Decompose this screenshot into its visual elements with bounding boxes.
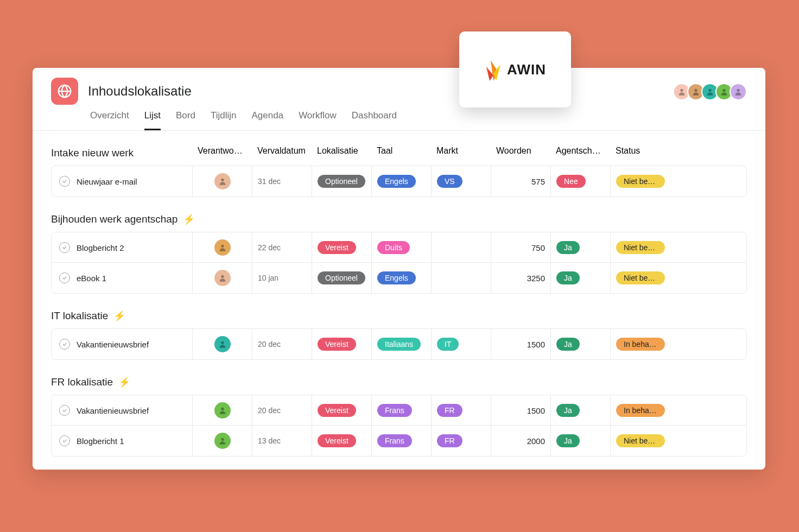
pill[interactable]: Frans — [377, 434, 412, 447]
assignee-cell[interactable] — [193, 166, 252, 197]
pill[interactable]: Niet beg… — [616, 175, 665, 188]
status-cell[interactable]: In behan… — [611, 329, 670, 359]
pill[interactable]: Ja — [556, 434, 580, 447]
tab-bord[interactable]: Bord — [176, 110, 195, 130]
markt-cell[interactable]: FR — [432, 395, 491, 426]
lokalisatie-cell[interactable]: Vereist — [312, 426, 372, 456]
tab-lijst[interactable]: Lijst — [144, 110, 161, 130]
complete-task-icon[interactable] — [59, 339, 70, 350]
markt-cell[interactable] — [432, 232, 491, 263]
member-avatar[interactable] — [730, 83, 747, 100]
tab-overzicht[interactable]: Overzicht — [90, 110, 129, 130]
task-name-cell[interactable]: Blogbericht 2 — [52, 232, 193, 263]
woorden-cell[interactable]: 1500 — [491, 395, 551, 426]
taal-cell[interactable]: Italiaans — [372, 329, 432, 359]
pill[interactable]: IT — [437, 338, 459, 351]
woorden-cell[interactable]: 575 — [491, 166, 551, 197]
pill[interactable]: Italiaans — [377, 338, 421, 351]
woorden-cell[interactable]: 2000 — [491, 426, 551, 456]
pill[interactable]: Frans — [377, 404, 412, 417]
tab-tijdlijn[interactable]: Tijdlijn — [211, 110, 237, 130]
pill[interactable]: Ja — [556, 338, 580, 351]
assignee-cell[interactable] — [193, 329, 252, 359]
taal-cell[interactable]: Duits — [372, 232, 432, 263]
due-date-cell[interactable]: 31 dec — [252, 166, 312, 197]
due-date-cell[interactable]: 20 dec — [252, 395, 312, 426]
pill[interactable]: In behan… — [616, 338, 665, 351]
pill[interactable]: Niet beg… — [616, 241, 665, 254]
pill[interactable]: In behan… — [616, 404, 665, 417]
agentschap-cell[interactable]: Ja — [551, 426, 611, 456]
assignee-avatar[interactable] — [214, 433, 231, 449]
task-name-cell[interactable]: Vakantienieuwsbrief — [52, 395, 193, 426]
agentschap-cell[interactable]: Ja — [551, 329, 611, 359]
section-header[interactable]: Intake nieuw werk — [51, 144, 747, 162]
agentschap-cell[interactable]: Nee — [551, 166, 611, 197]
pill[interactable]: Engels — [377, 175, 416, 188]
pill[interactable]: Niet beg… — [616, 434, 665, 447]
due-date-cell[interactable]: 22 dec — [252, 232, 312, 263]
member-avatars[interactable] — [676, 83, 747, 100]
task-row[interactable]: Vakantienieuwsbrief 20 dec Vereist Itali… — [52, 329, 746, 359]
pill[interactable]: Ja — [556, 241, 580, 254]
assignee-avatar[interactable] — [214, 270, 231, 286]
lokalisatie-cell[interactable]: Optioneel — [312, 263, 372, 293]
markt-cell[interactable] — [432, 263, 491, 293]
pill[interactable]: Ja — [556, 404, 580, 417]
woorden-cell[interactable]: 3250 — [491, 263, 551, 293]
pill[interactable]: FR — [437, 404, 462, 417]
assignee-cell[interactable] — [193, 263, 252, 293]
woorden-cell[interactable]: 750 — [491, 232, 551, 263]
task-row[interactable]: Nieuwjaar e-mail 31 dec Optioneel Engels… — [52, 166, 746, 197]
task-name-cell[interactable]: eBook 1 — [52, 263, 193, 293]
tab-agenda[interactable]: Agenda — [252, 110, 284, 130]
pill[interactable]: Optioneel — [318, 175, 365, 188]
pill[interactable]: FR — [437, 434, 462, 447]
tab-workflow[interactable]: Workflow — [299, 110, 337, 130]
agentschap-cell[interactable]: Ja — [551, 263, 611, 293]
assignee-avatar[interactable] — [214, 239, 231, 256]
markt-cell[interactable]: FR — [432, 426, 491, 456]
pill[interactable]: Vereist — [318, 404, 356, 417]
markt-cell[interactable]: IT — [432, 329, 491, 359]
task-name-cell[interactable]: Nieuwjaar e-mail — [52, 166, 193, 197]
task-row[interactable]: eBook 1 10 jan Optioneel Engels 3250 Ja … — [52, 263, 746, 293]
taal-cell[interactable]: Frans — [372, 426, 432, 456]
pill[interactable]: Vereist — [318, 338, 356, 351]
woorden-cell[interactable]: 1500 — [491, 329, 551, 359]
assignee-avatar[interactable] — [214, 336, 231, 352]
status-cell[interactable]: Niet beg… — [611, 232, 670, 263]
assignee-cell[interactable] — [193, 395, 252, 426]
automation-bolt-icon[interactable]: ⚡ — [118, 377, 130, 387]
tab-dashboard[interactable]: Dashboard — [352, 110, 397, 130]
assignee-cell[interactable] — [193, 426, 252, 456]
due-date-cell[interactable]: 13 dec — [252, 426, 312, 456]
pill[interactable]: Vereist — [318, 241, 356, 254]
pill[interactable]: Nee — [556, 175, 586, 188]
taal-cell[interactable]: Engels — [372, 263, 432, 293]
task-row[interactable]: Blogbericht 2 22 dec Vereist Duits 750 J… — [52, 232, 746, 263]
agentschap-cell[interactable]: Ja — [551, 395, 611, 426]
pill[interactable]: Niet beg… — [616, 271, 665, 284]
section-header[interactable]: IT lokalisatie ⚡ — [51, 307, 747, 325]
section-header[interactable]: Bijhouden werk agentschap ⚡ — [51, 210, 747, 229]
task-row[interactable]: Vakantienieuwsbrief 20 dec Vereist Frans… — [52, 395, 746, 426]
status-cell[interactable]: In behan… — [611, 395, 670, 426]
pill[interactable]: VS — [437, 175, 462, 188]
taal-cell[interactable]: Engels — [372, 166, 432, 197]
lokalisatie-cell[interactable]: Optioneel — [312, 166, 372, 197]
task-name-cell[interactable]: Blogbericht 1 — [52, 426, 193, 456]
pill[interactable]: Duits — [377, 241, 410, 254]
automation-bolt-icon[interactable]: ⚡ — [113, 311, 125, 321]
complete-task-icon[interactable] — [59, 405, 70, 416]
complete-task-icon[interactable] — [59, 176, 70, 187]
complete-task-icon[interactable] — [59, 273, 70, 283]
pill[interactable]: Ja — [556, 271, 580, 284]
lokalisatie-cell[interactable]: Vereist — [312, 395, 372, 426]
status-cell[interactable]: Niet beg… — [611, 263, 670, 293]
task-row[interactable]: Blogbericht 1 13 dec Vereist Frans FR 20… — [52, 426, 746, 456]
automation-bolt-icon[interactable]: ⚡ — [183, 214, 195, 224]
status-cell[interactable]: Niet beg… — [611, 426, 670, 456]
pill[interactable]: Vereist — [318, 434, 356, 447]
pill[interactable]: Optioneel — [318, 271, 365, 284]
